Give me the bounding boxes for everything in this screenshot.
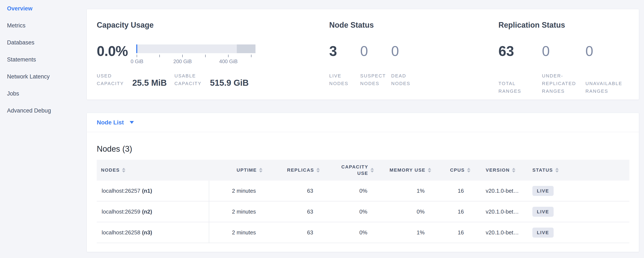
column-header-memory-use[interactable]: MEMORY USE	[377, 160, 434, 181]
memory-use-cell: 1%	[377, 181, 434, 201]
capacity-use-cell: 0%	[323, 181, 377, 201]
gauge-tick-label-0: 0 GiB	[130, 59, 143, 64]
uptime-cell: 2 minutes	[209, 201, 266, 222]
replication-status-title: Replication Status	[498, 21, 629, 30]
sort-icon[interactable]	[259, 168, 262, 173]
nodes-table: NODES UPTIME REPLICAS CAPACITY USE	[97, 160, 629, 243]
node-id: (n3)	[142, 229, 152, 236]
version-cell: v20.1.0-bet…	[474, 181, 526, 201]
status-badge: LIVE	[532, 186, 554, 196]
capacity-gauge: 0 GiB 200 GiB 400 GiB	[136, 43, 256, 65]
status-badge: LIVE	[532, 228, 554, 237]
sidebar-item-advanced-debug[interactable]: Advanced Debug	[7, 102, 86, 119]
used-capacity-label: USED CAPACITY	[97, 72, 124, 87]
capacity-usage-title: Capacity Usage	[97, 21, 329, 30]
node-list-panel: Node List Nodes (3) NODES UPTIME	[86, 113, 639, 252]
version-cell: v20.1.0-bet…	[474, 222, 526, 243]
capacity-gauge-bar	[136, 44, 256, 53]
view-selector-bar: Node List	[87, 113, 639, 132]
suspect-nodes-count: 0	[360, 43, 391, 59]
node-address-cell[interactable]: localhost:26258 (n3)	[97, 222, 209, 243]
column-header-uptime[interactable]: UPTIME	[209, 160, 266, 181]
replication-status-section: Replication Status 63 0 0 TOTAL RANGES U…	[498, 21, 629, 99]
cluster-overview-panel: Capacity Usage 0.0%	[86, 9, 639, 100]
sort-icon[interactable]	[512, 168, 516, 173]
nodes-count-title: Nodes (3)	[97, 144, 629, 154]
total-ranges-count: 63	[498, 43, 542, 59]
suspect-nodes-label: SUSPECT NODES	[360, 72, 386, 87]
table-row-node-3[interactable]: localhost:26258 (n3) 2 minutes 63 0% 1% …	[97, 222, 629, 243]
sidebar-item-overview[interactable]: Overview	[7, 0, 86, 17]
node-status-section: Node Status 3 0 0 LIVE NODES SUSPECT NOD…	[329, 21, 498, 99]
sidebar-item-statements[interactable]: Statements	[7, 51, 86, 68]
memory-use-cell: 0%	[377, 201, 434, 222]
sort-icon[interactable]	[555, 168, 559, 173]
main-content: Capacity Usage 0.0%	[86, 0, 639, 252]
capacity-usage-section: Capacity Usage 0.0%	[97, 21, 329, 99]
sidebar-item-databases[interactable]: Databases	[7, 34, 86, 51]
live-nodes-count: 3	[329, 43, 360, 59]
node-status-title: Node Status	[329, 21, 498, 30]
sort-icon[interactable]	[467, 168, 470, 173]
uptime-cell: 2 minutes	[209, 181, 266, 201]
replicas-cell: 63	[266, 201, 323, 222]
sidebar-item-metrics[interactable]: Metrics	[7, 17, 86, 34]
cpus-cell: 16	[434, 222, 474, 243]
cpus-cell: 16	[434, 201, 474, 222]
sort-icon[interactable]	[122, 168, 126, 173]
dead-nodes-label: DEAD NODES	[391, 72, 410, 87]
column-header-cpus[interactable]: CPUS	[434, 160, 474, 181]
table-row-node-1[interactable]: localhost:26257 (n1) 2 minutes 63 0% 1% …	[97, 181, 629, 201]
status-cell: LIVE	[526, 201, 629, 222]
node-id: (n1)	[142, 188, 152, 194]
uptime-cell: 2 minutes	[209, 222, 266, 243]
node-address-cell[interactable]: localhost:26257 (n1)	[97, 181, 209, 201]
nodes-table-header: NODES UPTIME REPLICAS CAPACITY USE	[97, 160, 629, 181]
capacity-gauge-ticks	[136, 54, 256, 58]
under-replicated-ranges-count: 0	[542, 43, 586, 59]
node-id: (n2)	[142, 208, 152, 215]
gauge-tick-label-400: 400 GiB	[219, 59, 238, 64]
chevron-down-icon[interactable]	[130, 121, 134, 124]
node-list-dropdown[interactable]: Node List	[97, 119, 124, 126]
column-header-replicas[interactable]: REPLICAS	[266, 160, 323, 181]
column-header-status[interactable]: STATUS	[526, 160, 629, 181]
unavailable-ranges-label: UNAVAILABLE RANGES	[586, 80, 622, 95]
memory-use-cell: 1%	[377, 222, 434, 243]
live-nodes-label: LIVE NODES	[329, 72, 348, 87]
cpus-cell: 16	[434, 181, 474, 201]
used-capacity-stat: USED CAPACITY 25.5 MiB	[97, 72, 167, 87]
capacity-used-percent: 0.0%	[97, 43, 128, 59]
status-cell: LIVE	[526, 181, 629, 201]
used-capacity-value: 25.5 MiB	[132, 78, 167, 87]
replicas-cell: 63	[266, 222, 323, 243]
replicas-cell: 63	[266, 181, 323, 201]
sidebar-item-jobs[interactable]: Jobs	[7, 85, 86, 102]
table-row-node-2[interactable]: localhost:26259 (n2) 2 minutes 63 0% 0% …	[97, 201, 629, 222]
usable-capacity-stat: USABLE CAPACITY 515.9 GiB	[174, 72, 249, 87]
sort-icon[interactable]	[316, 168, 320, 173]
column-header-nodes[interactable]: NODES	[97, 160, 209, 181]
unavailable-ranges-count: 0	[586, 43, 629, 59]
node-address-cell[interactable]: localhost:26259 (n2)	[97, 201, 209, 222]
column-header-capacity-use[interactable]: CAPACITY USE	[323, 160, 377, 181]
under-replicated-ranges-label: UNDER-REPLICATED RANGES	[542, 72, 576, 95]
capacity-gauge-reserved-segment	[237, 44, 256, 53]
capacity-use-cell: 0%	[323, 222, 377, 243]
version-cell: v20.1.0-bet…	[474, 201, 526, 222]
total-ranges-label: TOTAL RANGES	[498, 80, 521, 95]
capacity-gauge-used-segment	[136, 44, 137, 53]
usable-capacity-value: 515.9 GiB	[210, 78, 248, 87]
dead-nodes-count: 0	[391, 43, 422, 59]
sort-icon[interactable]	[428, 168, 431, 173]
sort-icon[interactable]	[370, 168, 374, 173]
column-header-version[interactable]: VERSION	[474, 160, 526, 181]
status-cell: LIVE	[526, 222, 629, 243]
capacity-use-cell: 0%	[323, 201, 377, 222]
status-badge: LIVE	[532, 207, 554, 217]
usable-capacity-label: USABLE CAPACITY	[174, 72, 202, 87]
gauge-tick-label-200: 200 GiB	[173, 59, 192, 64]
sidebar-item-network-latency[interactable]: Network Latency	[7, 68, 86, 85]
sidebar: Overview Metrics Databases Statements Ne…	[0, 0, 86, 258]
